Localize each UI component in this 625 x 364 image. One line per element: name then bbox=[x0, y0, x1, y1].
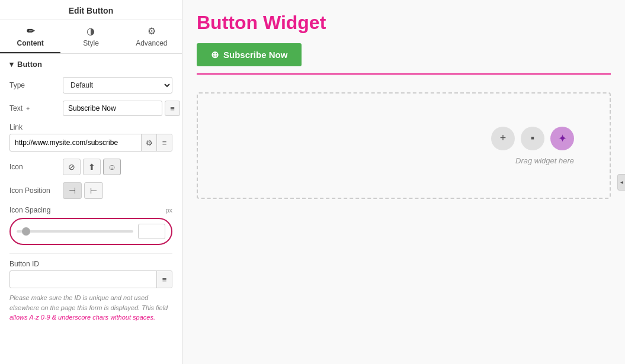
divider bbox=[9, 253, 172, 254]
tab-advanced[interactable]: ⚙ Advanced bbox=[121, 20, 182, 53]
icon-position-control: ⊣ ⊢ bbox=[63, 182, 172, 199]
no-icon-btn[interactable]: ⊘ bbox=[63, 159, 81, 175]
content-tab-icon: ✏ bbox=[27, 25, 34, 37]
spacing-control-oval bbox=[9, 218, 172, 245]
spacing-unit: px bbox=[165, 207, 172, 214]
link-input[interactable] bbox=[10, 136, 141, 150]
button-id-input[interactable] bbox=[10, 272, 156, 286]
link-input-wrap: ⚙ ≡ bbox=[9, 134, 172, 152]
button-id-input-wrap: ≡ bbox=[9, 270, 172, 288]
drop-zone: + ▪ ✦ Drag widget here bbox=[197, 92, 611, 199]
type-field-row: Type Default Info Success Warning Danger bbox=[9, 77, 172, 94]
dynamic-tag-icon: ✦ bbox=[25, 105, 30, 112]
button-id-row: Button ID ≡ bbox=[9, 260, 172, 288]
collapse-handle[interactable]: ◂ bbox=[617, 174, 625, 191]
tab-content[interactable]: ✏ Content bbox=[0, 20, 60, 53]
button-section-title: ▾ Button bbox=[9, 60, 172, 69]
spacing-slider[interactable] bbox=[17, 230, 133, 233]
drop-zone-icons: + ▪ ✦ bbox=[491, 127, 574, 150]
right-panel: ◂ Button Widget ⊕ Subscribe Now + ▪ ✦ Dr… bbox=[182, 0, 625, 364]
left-panel: Edit Button ✏ Content ◑ Style ⚙ Advanced… bbox=[0, 0, 182, 364]
button-preview-area: ⊕ Subscribe Now bbox=[197, 43, 611, 75]
help-link[interactable]: allows A-z 0-9 & underscore chars withou… bbox=[9, 314, 155, 321]
icon-field-row: Icon ⊘ ⬆ ☺ bbox=[9, 159, 172, 175]
style-tab-label: Style bbox=[83, 39, 99, 47]
type-label: Type bbox=[9, 81, 63, 89]
drop-zone-text: Drag widget here bbox=[515, 156, 574, 165]
section-collapse-icon: ▾ bbox=[9, 60, 14, 69]
icon-spacing-section: Icon Spacing px bbox=[9, 206, 172, 245]
position-buttons: ⊣ ⊢ bbox=[63, 182, 103, 199]
folder-icon[interactable]: ▪ bbox=[521, 127, 544, 150]
tab-style[interactable]: ◑ Style bbox=[60, 20, 121, 53]
button-id-lines-icon[interactable]: ≡ bbox=[156, 271, 172, 288]
text-control: ≡ bbox=[63, 101, 180, 116]
link-field-row: Link ⚙ ≡ bbox=[9, 123, 172, 152]
link-label: Link bbox=[9, 123, 172, 131]
pos-right-btn[interactable]: ⊢ bbox=[84, 182, 103, 199]
advanced-tab-icon: ⚙ bbox=[148, 25, 156, 37]
text-label: Text ✦ bbox=[9, 104, 63, 112]
link-lines-icon[interactable]: ≡ bbox=[156, 134, 172, 151]
text-input[interactable] bbox=[63, 101, 162, 116]
subscribe-button[interactable]: ⊕ Subscribe Now bbox=[197, 43, 302, 66]
text-lines-icon[interactable]: ≡ bbox=[165, 101, 180, 116]
link-gear-icon[interactable]: ⚙ bbox=[141, 134, 156, 151]
pos-left-btn[interactable]: ⊣ bbox=[63, 182, 82, 199]
advanced-tab-label: Advanced bbox=[136, 39, 167, 47]
subscribe-btn-label: Subscribe Now bbox=[223, 50, 287, 60]
spacing-header: Icon Spacing px bbox=[9, 206, 172, 214]
upload-icon-btn[interactable]: ⬆ bbox=[83, 159, 101, 175]
type-select[interactable]: Default Info Success Warning Danger bbox=[63, 77, 172, 94]
icon-controls: ⊘ ⬆ ☺ bbox=[63, 159, 121, 175]
tabs-bar: ✏ Content ◑ Style ⚙ Advanced bbox=[0, 20, 182, 54]
button-id-label: Button ID bbox=[9, 260, 63, 268]
content-tab-label: Content bbox=[17, 39, 44, 47]
smiley-icon-btn[interactable]: ☺ bbox=[103, 159, 121, 175]
help-text: Please make sure the ID is unique and no… bbox=[9, 293, 172, 323]
add-widget-icon[interactable]: + bbox=[491, 127, 515, 150]
panel-title: Edit Button bbox=[0, 0, 182, 20]
text-field-row: Text ✦ ≡ bbox=[9, 101, 172, 116]
spacing-input[interactable] bbox=[138, 224, 165, 239]
sparkle-icon[interactable]: ✦ bbox=[550, 127, 574, 150]
icon-position-label: Icon Position bbox=[9, 186, 63, 195]
style-tab-icon: ◑ bbox=[86, 25, 95, 37]
icon-position-row: Icon Position ⊣ ⊢ bbox=[9, 182, 172, 199]
spacing-label: Icon Spacing bbox=[9, 206, 50, 214]
icon-label: Icon bbox=[9, 163, 63, 171]
widget-title: Button Widget bbox=[197, 12, 611, 34]
type-control: Default Info Success Warning Danger bbox=[63, 77, 172, 94]
subscribe-btn-icon: ⊕ bbox=[211, 49, 219, 60]
panel-content: ▾ Button Type Default Info Success Warni… bbox=[0, 54, 182, 364]
